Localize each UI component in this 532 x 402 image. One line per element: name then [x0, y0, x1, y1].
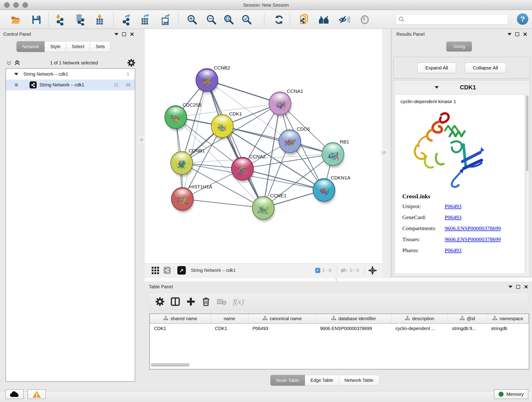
- tree-expand-icon[interactable]: [14, 73, 18, 75]
- node-hist1h1a[interactable]: HIST1H1A: [171, 184, 212, 213]
- panel-menu-icon[interactable]: [507, 33, 512, 36]
- table-cell[interactable]: P06493: [248, 324, 316, 333]
- delete-column-trash-icon[interactable]: [202, 297, 210, 306]
- table-cell[interactable]: stringdb:9...: [448, 324, 487, 333]
- panel-close-icon[interactable]: ✕: [130, 32, 134, 36]
- memory-button[interactable]: Memory: [494, 389, 528, 399]
- table-cell[interactable]: CDK1: [150, 324, 211, 333]
- horizontal-splitter-handle[interactable]: [336, 278, 336, 282]
- panel-close-icon[interactable]: ✕: [523, 32, 527, 36]
- open-session-icon[interactable]: [9, 13, 22, 26]
- collapse-all-chevron-icon[interactable]: [6, 60, 12, 66]
- zoom-in-icon[interactable]: [186, 13, 199, 26]
- node-rb1[interactable]: RB1: [322, 139, 349, 168]
- edge-ccna2-cdkn1a[interactable]: [242, 169, 324, 190]
- import-network-database-icon[interactable]: [73, 13, 86, 26]
- edge-cdk1-rb1[interactable]: [222, 126, 333, 154]
- results-scrollbar[interactable]: [525, 95, 529, 274]
- column-header-description[interactable]: description: [391, 314, 448, 323]
- gear-icon[interactable]: [127, 59, 135, 67]
- panel-menu-icon[interactable]: [114, 33, 119, 36]
- delete-table-icon[interactable]: [216, 298, 227, 306]
- scrollbar-thumb[interactable]: [526, 96, 528, 171]
- string-home-icon[interactable]: [317, 13, 331, 26]
- tab-edge-table[interactable]: Edge Table: [305, 375, 339, 386]
- tab-string[interactable]: String: [446, 41, 472, 51]
- expand-all-button[interactable]: Expand All: [418, 63, 456, 73]
- show-panel-eye-icon[interactable]: [358, 13, 371, 26]
- network-collection-row[interactable]: String Network – cdk1 1: [6, 69, 135, 80]
- node-ccnb1[interactable]: CCNB1: [171, 148, 205, 177]
- edge-ccna1-ccne1[interactable]: [263, 103, 280, 208]
- column-header-shared-name[interactable]: shared name: [150, 314, 211, 323]
- grid-view-icon[interactable]: [151, 266, 159, 274]
- tab-network[interactable]: Network: [17, 41, 45, 52]
- table-row[interactable]: CDK1CDK1P064939606.ENSP00000378699cyclin…: [150, 324, 529, 333]
- table-cell[interactable]: 9606.ENSP00000378699: [316, 324, 391, 333]
- selected-checkbox-icon[interactable]: ✓: [315, 268, 320, 273]
- export-image-icon[interactable]: [159, 13, 172, 26]
- panel-float-icon[interactable]: [122, 32, 126, 36]
- panel-close-icon[interactable]: ✕: [524, 285, 528, 289]
- table-cell[interactable]: CDK1: [211, 324, 248, 333]
- node-ccnb2[interactable]: CCNB2: [196, 65, 230, 94]
- column-header-database-identifier[interactable]: database identifier: [316, 314, 391, 323]
- collapse-all-button[interactable]: Collapse All: [465, 63, 506, 73]
- refresh-icon[interactable]: [272, 13, 286, 26]
- network-row[interactable]: String Network – cdk1 11 48: [6, 80, 135, 90]
- right-splitter-handle[interactable]: [380, 149, 387, 156]
- crosslink-link[interactable]: 9606.ENSP00000378699: [445, 225, 501, 231]
- search-box[interactable]: [395, 14, 508, 25]
- column-header-name[interactable]: name: [211, 314, 248, 323]
- tab-network-table[interactable]: Network Table: [339, 375, 379, 386]
- show-columns-icon[interactable]: [171, 297, 180, 306]
- network-canvas[interactable]: CCNB2CCNA1CDC25BCDK1CDC6RB1CCNB1CCNA2CDK…: [145, 29, 382, 263]
- hidden-eye-icon[interactable]: [340, 267, 348, 274]
- edge-ccnb2-hist1h1a[interactable]: [182, 80, 207, 199]
- left-splitter-handle[interactable]: [138, 136, 145, 143]
- edge-ccne1-hist1h1a[interactable]: [182, 199, 263, 208]
- crosslink-link[interactable]: 9606.ENSP00000378699: [445, 236, 501, 242]
- expand-all-chevron-icon[interactable]: [14, 60, 21, 66]
- panel-float-icon[interactable]: [515, 32, 519, 36]
- hide-panel-eye-icon[interactable]: [338, 13, 351, 26]
- function-builder-icon[interactable]: f(x): [233, 297, 244, 306]
- create-column-plus-icon[interactable]: [186, 297, 196, 306]
- import-table-icon[interactable]: [93, 13, 106, 26]
- save-session-icon[interactable]: [30, 13, 43, 26]
- clone-network-icon[interactable]: [298, 13, 311, 26]
- edge-ccnb2-ccne1[interactable]: [207, 80, 263, 208]
- crosslink-link[interactable]: P06493: [445, 203, 462, 210]
- fit-selected-target-icon[interactable]: [368, 266, 377, 275]
- panel-menu-icon[interactable]: [508, 286, 513, 288]
- crosslink-link[interactable]: P06493: [445, 214, 462, 220]
- section-collapse-icon[interactable]: [435, 86, 439, 89]
- tab-node-table[interactable]: Node Table: [270, 375, 305, 386]
- import-network-file-icon[interactable]: [54, 13, 67, 26]
- node-cdc6[interactable]: CDC6: [279, 126, 310, 155]
- zoom-out-icon[interactable]: [205, 13, 218, 26]
- crosslink-link[interactable]: P06493: [445, 247, 462, 254]
- zoom-selected-icon[interactable]: [240, 13, 253, 26]
- panel-float-icon[interactable]: [516, 285, 520, 289]
- tab-style[interactable]: Style: [45, 41, 66, 52]
- table-settings-gear-icon[interactable]: [156, 297, 164, 306]
- export-network-icon[interactable]: [120, 13, 133, 26]
- warning-status-button[interactable]: [27, 389, 46, 399]
- column-header-canonical-name[interactable]: canonical name: [248, 314, 316, 323]
- table-hscrollbar-thumb[interactable]: [151, 363, 190, 366]
- tab-select[interactable]: Select: [66, 41, 90, 52]
- cloud-status-button[interactable]: [5, 389, 24, 399]
- left-splitter[interactable]: [138, 29, 145, 391]
- zoom-fit-icon[interactable]: [222, 13, 235, 26]
- table-cell[interactable]: cyclin-dependent ...: [391, 324, 448, 333]
- detach-view-icon[interactable]: [177, 266, 186, 274]
- table-cell[interactable]: stringdb: [487, 324, 529, 333]
- search-input[interactable]: [404, 15, 505, 24]
- network-view-icon[interactable]: [164, 267, 171, 274]
- tab-sets[interactable]: Sets: [90, 41, 110, 52]
- node-section-header[interactable]: CDK1: [393, 80, 530, 95]
- help-icon[interactable]: ?: [517, 13, 528, 25]
- node-ccna1[interactable]: CCNA1: [269, 89, 303, 117]
- column-header-namespace[interactable]: namespace: [487, 314, 529, 323]
